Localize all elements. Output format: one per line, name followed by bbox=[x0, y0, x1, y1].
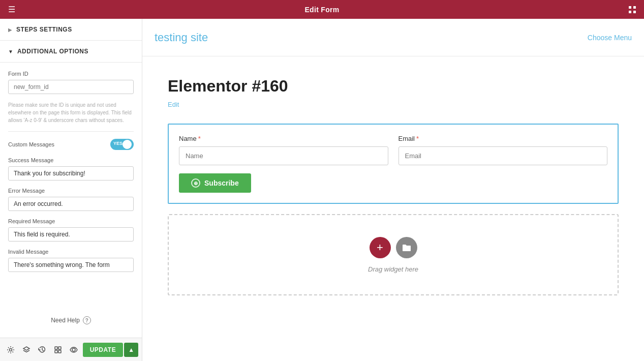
sidebar: ▶ Steps Settings ▼ Additional Options Fo… bbox=[0, 19, 142, 361]
success-message-label: Success Message bbox=[8, 157, 134, 163]
grid-menu-button[interactable] bbox=[621, 0, 644, 19]
email-field: Email * bbox=[398, 135, 608, 165]
update-button-group: UPDATE ▲ bbox=[83, 343, 138, 357]
name-input[interactable] bbox=[179, 146, 388, 165]
svg-rect-1 bbox=[633, 6, 636, 9]
need-help-link[interactable]: Need Help ? bbox=[0, 308, 142, 333]
success-message-group: Success Message bbox=[8, 157, 134, 180]
drag-widget-label: Drag widget here bbox=[368, 265, 418, 273]
hamburger-icon: ☰ bbox=[8, 5, 15, 14]
invalid-message-group: Invalid Message bbox=[8, 249, 134, 272]
site-title: testing site bbox=[155, 31, 588, 44]
success-message-input[interactable] bbox=[8, 166, 134, 180]
svg-point-10 bbox=[72, 348, 75, 351]
hamburger-menu-button[interactable]: ☰ bbox=[0, 0, 23, 19]
form-id-group: Form ID bbox=[8, 71, 134, 94]
add-widget-button[interactable]: + bbox=[370, 237, 391, 258]
toggle-yes-label: YES bbox=[113, 141, 122, 146]
email-label: Email * bbox=[398, 135, 608, 142]
content-header: testing site Choose Menu bbox=[142, 19, 644, 56]
svg-rect-2 bbox=[629, 11, 631, 13]
subscribe-button[interactable]: ⊕ Subscribe bbox=[179, 173, 251, 193]
history-icon bbox=[38, 346, 46, 354]
name-field: Name * bbox=[179, 135, 388, 165]
sidebar-content: Form ID Please make sure the ID is uniqu… bbox=[0, 63, 142, 308]
choose-menu-link[interactable]: Choose Menu bbox=[588, 34, 632, 42]
invalid-message-input[interactable] bbox=[8, 258, 134, 272]
svg-rect-9 bbox=[58, 350, 61, 353]
required-message-group: Required Message bbox=[8, 218, 134, 242]
svg-rect-7 bbox=[58, 347, 61, 349]
template-icon bbox=[54, 346, 62, 354]
need-help-text: Need Help bbox=[51, 317, 80, 324]
additional-options-section[interactable]: ▼ Additional Options bbox=[0, 41, 142, 63]
settings-icon bbox=[7, 346, 15, 354]
divider-1 bbox=[8, 131, 134, 132]
form-fields-row: Name * Email * bbox=[179, 135, 607, 165]
email-required-star: * bbox=[416, 135, 419, 142]
preview-icon-button[interactable] bbox=[67, 342, 81, 358]
form-id-input[interactable] bbox=[8, 80, 134, 94]
form-id-label: Form ID bbox=[8, 71, 134, 77]
history-icon-button[interactable] bbox=[36, 342, 49, 358]
svg-marker-5 bbox=[23, 347, 29, 350]
required-message-input[interactable] bbox=[8, 227, 134, 242]
help-icon: ? bbox=[83, 316, 91, 324]
name-required-star: * bbox=[198, 135, 201, 142]
svg-rect-6 bbox=[55, 347, 57, 349]
steps-settings-chevron: ▶ bbox=[8, 27, 12, 33]
svg-rect-3 bbox=[633, 11, 636, 13]
edit-link[interactable]: Edit bbox=[168, 101, 179, 108]
template-icon-button[interactable] bbox=[51, 342, 65, 358]
grid-icon bbox=[628, 6, 636, 14]
email-input[interactable] bbox=[398, 146, 608, 165]
steps-settings-section[interactable]: ▶ Steps Settings bbox=[0, 19, 142, 41]
additional-options-chevron: ▼ bbox=[8, 49, 13, 54]
layers-icon bbox=[22, 346, 30, 354]
invalid-message-label: Invalid Message bbox=[8, 249, 134, 255]
drag-widget-area: + Drag widget here bbox=[168, 214, 619, 295]
custom-messages-label: Custom Messages bbox=[8, 141, 54, 147]
update-split-button[interactable]: ▲ bbox=[124, 343, 138, 357]
error-message-group: Error Message bbox=[8, 188, 134, 211]
bottom-toolbar: UPDATE ▲ bbox=[0, 338, 142, 361]
error-message-input[interactable] bbox=[8, 197, 134, 211]
name-label: Name * bbox=[179, 135, 388, 142]
collapse-panel-button[interactable]: ◀ bbox=[142, 180, 142, 200]
form-widget: Name * Email * ⊕ Subsc bbox=[168, 124, 619, 204]
svg-rect-0 bbox=[629, 6, 631, 9]
svg-rect-8 bbox=[55, 350, 57, 353]
update-button[interactable]: UPDATE bbox=[83, 343, 123, 357]
drag-widget-buttons: + bbox=[370, 237, 417, 258]
page-title: Edit Form bbox=[23, 6, 621, 14]
preview-icon bbox=[70, 346, 78, 354]
folder-icon bbox=[402, 244, 411, 252]
svg-point-4 bbox=[10, 348, 12, 351]
form-id-hint: Please make sure the ID is unique and no… bbox=[8, 101, 134, 124]
elementor-page-title: Elementor #160 bbox=[168, 77, 619, 96]
custom-messages-toggle[interactable]: YES bbox=[110, 139, 134, 150]
main-layout: ▶ Steps Settings ▼ Additional Options Fo… bbox=[0, 19, 644, 361]
content-area: testing site Choose Menu Elementor #160 … bbox=[142, 19, 644, 361]
subscribe-icon: ⊕ bbox=[191, 178, 200, 188]
settings-icon-button[interactable] bbox=[4, 342, 18, 358]
layers-icon-button[interactable] bbox=[20, 342, 34, 358]
error-message-label: Error Message bbox=[8, 188, 134, 194]
required-message-label: Required Message bbox=[8, 218, 134, 224]
top-bar: ☰ Edit Form bbox=[0, 0, 644, 19]
custom-messages-row: Custom Messages YES bbox=[8, 139, 134, 150]
folder-widget-button[interactable] bbox=[396, 237, 417, 258]
steps-settings-label: Steps Settings bbox=[16, 26, 72, 33]
page-content: Elementor #160 Edit Name * Email bbox=[142, 56, 644, 361]
additional-options-label: Additional Options bbox=[17, 48, 88, 55]
